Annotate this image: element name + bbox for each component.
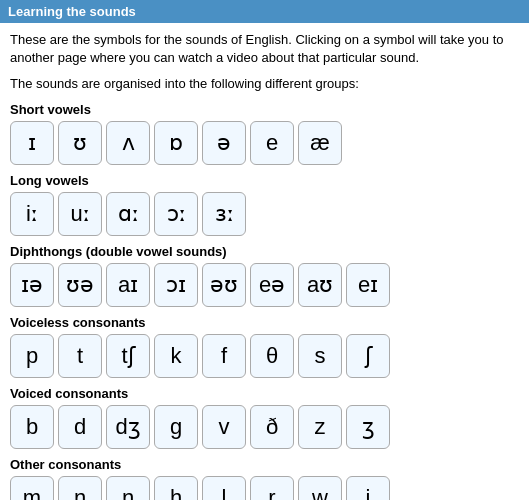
symbol-cell-2-2[interactable]: aɪ: [106, 263, 150, 307]
symbol-cell-2-4[interactable]: əʊ: [202, 263, 246, 307]
symbol-cell-4-2[interactable]: dʒ: [106, 405, 150, 449]
symbol-cell-0-3[interactable]: ɒ: [154, 121, 198, 165]
symbol-cell-5-3[interactable]: h: [154, 476, 198, 500]
symbol-cell-1-0[interactable]: iː: [10, 192, 54, 236]
symbol-row-5: mnŋhlrwj: [10, 476, 519, 500]
group-label-3: Voiceless consonants: [10, 315, 519, 330]
symbol-cell-4-6[interactable]: z: [298, 405, 342, 449]
symbol-cell-4-4[interactable]: v: [202, 405, 246, 449]
symbol-cell-5-4[interactable]: l: [202, 476, 246, 500]
symbol-cell-4-1[interactable]: d: [58, 405, 102, 449]
symbol-cell-2-0[interactable]: ɪə: [10, 263, 54, 307]
symbol-cell-0-4[interactable]: ə: [202, 121, 246, 165]
symbol-cell-1-2[interactable]: ɑː: [106, 192, 150, 236]
symbol-row-2: ɪəʊəaɪɔɪəʊeəaʊeɪ: [10, 263, 519, 307]
symbol-row-1: iːuːɑːɔːɜː: [10, 192, 519, 236]
symbol-cell-1-3[interactable]: ɔː: [154, 192, 198, 236]
symbol-cell-2-1[interactable]: ʊə: [58, 263, 102, 307]
symbol-cell-5-7[interactable]: j: [346, 476, 390, 500]
symbol-cell-2-5[interactable]: eə: [250, 263, 294, 307]
intro-paragraph-2: The sounds are organised into the follow…: [10, 75, 519, 93]
symbol-cell-0-1[interactable]: ʊ: [58, 121, 102, 165]
symbol-cell-3-6[interactable]: s: [298, 334, 342, 378]
symbol-cell-3-5[interactable]: θ: [250, 334, 294, 378]
symbol-cell-3-4[interactable]: f: [202, 334, 246, 378]
symbol-cell-0-2[interactable]: ʌ: [106, 121, 150, 165]
group-label-5: Other consonants: [10, 457, 519, 472]
symbol-cell-4-0[interactable]: b: [10, 405, 54, 449]
symbol-cell-4-3[interactable]: g: [154, 405, 198, 449]
intro-paragraph-1: These are the symbols for the sounds of …: [10, 31, 519, 67]
group-label-4: Voiced consonants: [10, 386, 519, 401]
group-label-0: Short vowels: [10, 102, 519, 117]
symbol-row-3: pttʃkfθsʃ: [10, 334, 519, 378]
symbol-cell-4-7[interactable]: ʒ: [346, 405, 390, 449]
symbol-cell-4-5[interactable]: ð: [250, 405, 294, 449]
title-bar: Learning the sounds: [0, 0, 529, 23]
symbol-cell-3-7[interactable]: ʃ: [346, 334, 390, 378]
symbol-cell-0-5[interactable]: e: [250, 121, 294, 165]
group-label-2: Diphthongs (double vowel sounds): [10, 244, 519, 259]
symbol-row-4: bddʒgvðzʒ: [10, 405, 519, 449]
symbol-cell-3-2[interactable]: tʃ: [106, 334, 150, 378]
symbol-cell-0-6[interactable]: æ: [298, 121, 342, 165]
symbol-cell-5-1[interactable]: n: [58, 476, 102, 500]
symbol-cell-5-6[interactable]: w: [298, 476, 342, 500]
symbol-cell-5-0[interactable]: m: [10, 476, 54, 500]
symbol-cell-3-1[interactable]: t: [58, 334, 102, 378]
symbol-cell-3-3[interactable]: k: [154, 334, 198, 378]
symbol-cell-2-7[interactable]: eɪ: [346, 263, 390, 307]
symbol-row-0: ɪʊʌɒəeæ: [10, 121, 519, 165]
symbol-cell-1-1[interactable]: uː: [58, 192, 102, 236]
group-label-1: Long vowels: [10, 173, 519, 188]
symbol-cell-2-6[interactable]: aʊ: [298, 263, 342, 307]
symbol-cell-2-3[interactable]: ɔɪ: [154, 263, 198, 307]
symbol-cell-3-0[interactable]: p: [10, 334, 54, 378]
symbol-cell-0-0[interactable]: ɪ: [10, 121, 54, 165]
symbol-cell-5-5[interactable]: r: [250, 476, 294, 500]
symbol-cell-5-2[interactable]: ŋ: [106, 476, 150, 500]
symbol-cell-1-4[interactable]: ɜː: [202, 192, 246, 236]
title-text: Learning the sounds: [8, 4, 136, 19]
